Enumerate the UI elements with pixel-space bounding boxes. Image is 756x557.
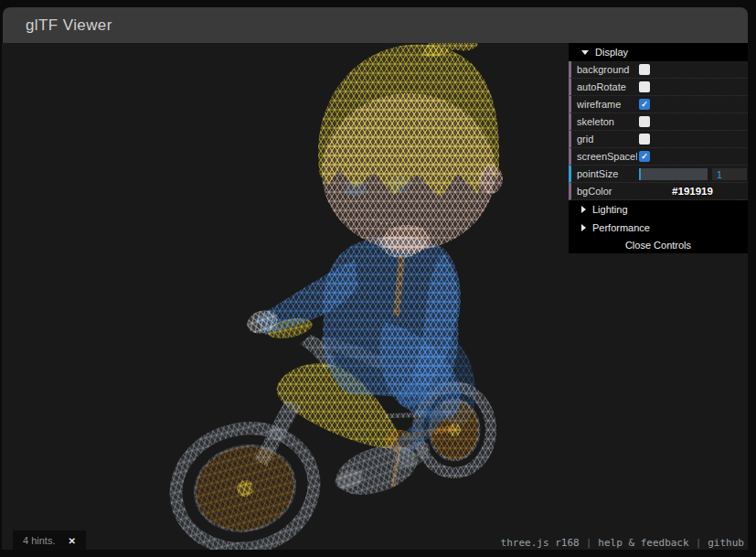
folder-performance[interactable]: Performance: [569, 219, 748, 237]
gui-row-screenspacepan: screenSpacePan...: [569, 148, 748, 166]
hints-text: 4 hints.: [23, 535, 55, 546]
gui-row-background: background: [569, 61, 748, 79]
folder-display[interactable]: Display: [569, 43, 748, 61]
app-window: glTF Viewer: [0, 0, 756, 557]
slider-fill: [639, 168, 641, 180]
checkbox-screenspacepan[interactable]: [639, 151, 650, 162]
row-label-skeleton: skeleton: [577, 116, 637, 127]
checkbox-skeleton[interactable]: [639, 116, 650, 127]
gui-row-skeleton: skeleton: [569, 113, 748, 131]
row-label-bgcolor: bgColor: [577, 186, 637, 197]
gui-row-grid: grid: [569, 131, 748, 148]
close-controls-button[interactable]: Close Controls: [569, 237, 748, 253]
model-front-wheel: [164, 414, 327, 550]
row-label-grid: grid: [577, 134, 637, 145]
folder-performance-label: Performance: [592, 222, 650, 233]
chevron-down-icon: [581, 50, 589, 55]
model-ear: [479, 165, 503, 194]
row-label-screenspacepan: screenSpacePan...: [577, 151, 637, 162]
chevron-right-icon: [581, 206, 586, 213]
close-icon[interactable]: ✕: [68, 536, 75, 546]
separator: |: [696, 537, 702, 549]
checkbox-grid[interactable]: [639, 134, 650, 145]
checkbox-wireframe[interactable]: [639, 99, 650, 110]
row-label-background: background: [577, 64, 637, 75]
folder-lighting-label: Lighting: [592, 204, 628, 215]
app-header: glTF Viewer: [3, 7, 748, 43]
github-link[interactable]: github: [708, 537, 744, 549]
controls-panel: Display background autoRotate wireframe …: [569, 43, 748, 253]
gui-row-pointsize: pointSize 1: [569, 166, 748, 183]
gui-row-autorotate: autoRotate: [569, 79, 748, 96]
point-size-input[interactable]: 1: [712, 168, 747, 180]
model-hair: [318, 44, 499, 198]
checkbox-background[interactable]: [639, 64, 650, 75]
separator: |: [586, 537, 592, 549]
checkbox-autorotate[interactable]: [639, 81, 650, 92]
row-label-wireframe: wireframe: [577, 99, 637, 110]
folder-display-label: Display: [595, 47, 628, 58]
row-label-pointsize: pointSize: [577, 168, 637, 179]
hints-badge: 4 hints. ✕: [13, 530, 86, 551]
bg-color-swatch[interactable]: #191919: [639, 185, 746, 198]
footer-credits: three.js r168 | help & feedback | github: [501, 537, 744, 549]
row-label-autorotate: autoRotate: [577, 81, 637, 92]
threejs-version-link[interactable]: three.js r168: [501, 537, 580, 549]
chevron-right-icon: [581, 224, 586, 231]
point-size-slider[interactable]: [639, 168, 708, 180]
app-title: glTF Viewer: [3, 16, 112, 35]
folder-lighting[interactable]: Lighting: [569, 200, 748, 219]
gui-row-wireframe: wireframe: [569, 96, 748, 113]
help-feedback-link[interactable]: help & feedback: [598, 537, 688, 549]
gui-row-bgcolor: bgColor #191919: [569, 183, 748, 200]
